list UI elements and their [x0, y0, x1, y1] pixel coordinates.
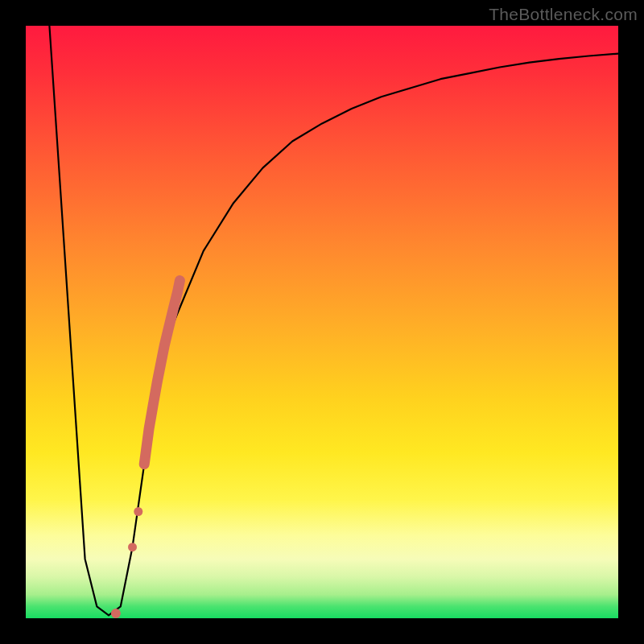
- highlight-dots: [111, 281, 180, 619]
- svg-point-0: [111, 609, 121, 618]
- plot-area: [26, 26, 618, 618]
- curve-line: [49, 26, 618, 615]
- watermark-text: TheBottleneck.com: [489, 5, 638, 24]
- svg-point-2: [134, 507, 142, 516]
- svg-point-1: [128, 543, 137, 551]
- chart-frame: TheBottleneck.com: [0, 0, 644, 644]
- chart-svg: [26, 26, 618, 618]
